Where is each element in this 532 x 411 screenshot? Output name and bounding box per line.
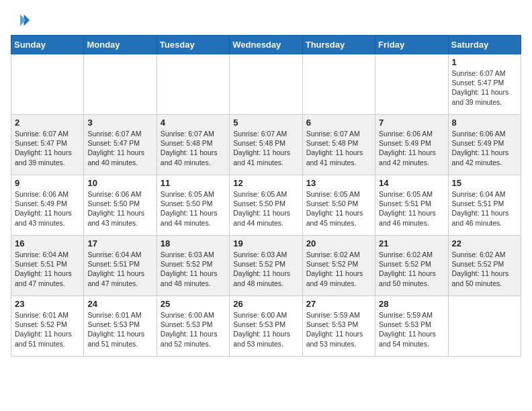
day-number: 17 xyxy=(87,238,152,248)
day-number: 12 xyxy=(233,178,298,188)
day-info: Sunrise: 6:04 AM Sunset: 5:51 PM Dayligh… xyxy=(452,189,517,228)
day-number: 10 xyxy=(87,178,152,188)
calendar-cell: 17Sunrise: 6:04 AM Sunset: 5:51 PM Dayli… xyxy=(84,236,157,296)
calendar-cell: 7Sunrise: 6:06 AM Sunset: 5:49 PM Daylig… xyxy=(375,115,448,175)
calendar-header-row: SundayMondayTuesdayWednesdayThursdayFrid… xyxy=(11,36,521,54)
day-info: Sunrise: 6:07 AM Sunset: 5:48 PM Dayligh… xyxy=(233,129,298,167)
day-info: Sunrise: 6:07 AM Sunset: 5:48 PM Dayligh… xyxy=(161,129,226,167)
day-number: 7 xyxy=(379,118,444,128)
day-number: 11 xyxy=(161,178,226,188)
day-info: Sunrise: 6:06 AM Sunset: 5:50 PM Dayligh… xyxy=(87,189,152,228)
day-info: Sunrise: 6:00 AM Sunset: 5:53 PM Dayligh… xyxy=(161,310,226,349)
day-info: Sunrise: 6:01 AM Sunset: 5:53 PM Dayligh… xyxy=(87,310,152,349)
day-info: Sunrise: 6:03 AM Sunset: 5:52 PM Dayligh… xyxy=(233,250,298,288)
calendar-cell: 25Sunrise: 6:00 AM Sunset: 5:53 PM Dayli… xyxy=(157,296,229,357)
day-info: Sunrise: 6:02 AM Sunset: 5:52 PM Dayligh… xyxy=(379,250,444,288)
calendar-cell: 22Sunrise: 6:02 AM Sunset: 5:52 PM Dayli… xyxy=(448,236,521,296)
calendar-cell: 23Sunrise: 6:01 AM Sunset: 5:52 PM Dayli… xyxy=(11,296,84,357)
calendar-cell: 15Sunrise: 6:04 AM Sunset: 5:51 PM Dayli… xyxy=(448,175,521,236)
calendar-cell xyxy=(302,54,375,115)
day-number: 2 xyxy=(15,118,80,128)
day-number: 14 xyxy=(379,178,444,188)
column-header-tuesday: Tuesday xyxy=(157,36,229,54)
calendar-week-row: 16Sunrise: 6:04 AM Sunset: 5:51 PM Dayli… xyxy=(11,236,521,296)
day-info: Sunrise: 6:05 AM Sunset: 5:50 PM Dayligh… xyxy=(306,189,371,228)
calendar-cell: 19Sunrise: 6:03 AM Sunset: 5:52 PM Dayli… xyxy=(230,236,302,296)
calendar-table: SundayMondayTuesdayWednesdayThursdayFrid… xyxy=(11,35,521,357)
day-number: 22 xyxy=(452,238,517,248)
calendar-cell: 8Sunrise: 6:06 AM Sunset: 5:49 PM Daylig… xyxy=(448,115,521,175)
calendar-cell xyxy=(157,54,229,115)
day-info: Sunrise: 6:07 AM Sunset: 5:47 PM Dayligh… xyxy=(452,68,517,107)
calendar-cell: 11Sunrise: 6:05 AM Sunset: 5:50 PM Dayli… xyxy=(157,175,229,236)
day-info: Sunrise: 6:06 AM Sunset: 5:49 PM Dayligh… xyxy=(379,129,444,167)
calendar-cell: 5Sunrise: 6:07 AM Sunset: 5:48 PM Daylig… xyxy=(230,115,302,175)
calendar-cell xyxy=(84,54,157,115)
day-info: Sunrise: 6:06 AM Sunset: 5:49 PM Dayligh… xyxy=(15,189,80,228)
column-header-friday: Friday xyxy=(375,36,448,54)
day-info: Sunrise: 6:03 AM Sunset: 5:52 PM Dayligh… xyxy=(161,250,226,288)
calendar-cell: 6Sunrise: 6:07 AM Sunset: 5:48 PM Daylig… xyxy=(302,115,375,175)
day-number: 6 xyxy=(306,118,371,128)
calendar-cell: 13Sunrise: 6:05 AM Sunset: 5:50 PM Dayli… xyxy=(302,175,375,236)
day-number: 3 xyxy=(87,118,152,128)
column-header-thursday: Thursday xyxy=(302,36,375,54)
day-info: Sunrise: 6:01 AM Sunset: 5:52 PM Dayligh… xyxy=(15,310,80,349)
day-info: Sunrise: 6:02 AM Sunset: 5:52 PM Dayligh… xyxy=(306,250,371,288)
day-number: 5 xyxy=(233,118,298,128)
calendar-week-row: 23Sunrise: 6:01 AM Sunset: 5:52 PM Dayli… xyxy=(11,296,521,357)
day-number: 4 xyxy=(161,118,226,128)
day-info: Sunrise: 6:07 AM Sunset: 5:48 PM Dayligh… xyxy=(306,129,371,167)
calendar-week-row: 9Sunrise: 6:06 AM Sunset: 5:49 PM Daylig… xyxy=(11,175,521,236)
calendar-cell: 20Sunrise: 6:02 AM Sunset: 5:52 PM Dayli… xyxy=(302,236,375,296)
calendar-cell: 9Sunrise: 6:06 AM Sunset: 5:49 PM Daylig… xyxy=(11,175,84,236)
day-info: Sunrise: 5:59 AM Sunset: 5:53 PM Dayligh… xyxy=(306,310,371,349)
calendar-cell: 2Sunrise: 6:07 AM Sunset: 5:47 PM Daylig… xyxy=(11,115,84,175)
day-info: Sunrise: 6:00 AM Sunset: 5:53 PM Dayligh… xyxy=(233,310,298,349)
calendar-cell: 18Sunrise: 6:03 AM Sunset: 5:52 PM Dayli… xyxy=(157,236,229,296)
day-info: Sunrise: 6:05 AM Sunset: 5:50 PM Dayligh… xyxy=(161,189,226,228)
day-info: Sunrise: 6:07 AM Sunset: 5:47 PM Dayligh… xyxy=(87,129,152,167)
day-number: 16 xyxy=(15,238,80,248)
column-header-saturday: Saturday xyxy=(448,36,521,54)
calendar-week-row: 1Sunrise: 6:07 AM Sunset: 5:47 PM Daylig… xyxy=(11,54,521,115)
calendar-week-row: 2Sunrise: 6:07 AM Sunset: 5:47 PM Daylig… xyxy=(11,115,521,175)
calendar-cell xyxy=(448,296,521,357)
day-info: Sunrise: 6:04 AM Sunset: 5:51 PM Dayligh… xyxy=(15,250,80,288)
day-number: 13 xyxy=(306,178,371,188)
day-info: Sunrise: 6:06 AM Sunset: 5:49 PM Dayligh… xyxy=(452,129,517,167)
day-info: Sunrise: 5:59 AM Sunset: 5:53 PM Dayligh… xyxy=(379,310,444,349)
day-number: 1 xyxy=(452,57,517,67)
day-number: 8 xyxy=(452,118,517,128)
calendar-cell xyxy=(11,54,84,115)
calendar-cell: 14Sunrise: 6:05 AM Sunset: 5:51 PM Dayli… xyxy=(375,175,448,236)
day-info: Sunrise: 6:04 AM Sunset: 5:51 PM Dayligh… xyxy=(87,250,152,288)
calendar-cell: 1Sunrise: 6:07 AM Sunset: 5:47 PM Daylig… xyxy=(448,54,521,115)
column-header-monday: Monday xyxy=(84,36,157,54)
day-number: 19 xyxy=(233,238,298,248)
calendar-cell: 27Sunrise: 5:59 AM Sunset: 5:53 PM Dayli… xyxy=(302,296,375,357)
day-number: 21 xyxy=(379,238,444,248)
day-number: 15 xyxy=(452,178,517,188)
calendar-cell xyxy=(375,54,448,115)
day-number: 18 xyxy=(161,238,226,248)
day-number: 9 xyxy=(15,178,80,188)
day-number: 20 xyxy=(306,238,371,248)
calendar-cell: 28Sunrise: 5:59 AM Sunset: 5:53 PM Dayli… xyxy=(375,296,448,357)
logo xyxy=(11,11,32,30)
day-number: 27 xyxy=(306,299,371,309)
column-header-sunday: Sunday xyxy=(11,36,84,54)
logo-icon xyxy=(11,11,30,30)
day-number: 28 xyxy=(379,299,444,309)
column-header-wednesday: Wednesday xyxy=(230,36,302,54)
day-info: Sunrise: 6:05 AM Sunset: 5:51 PM Dayligh… xyxy=(379,189,444,228)
calendar-cell: 21Sunrise: 6:02 AM Sunset: 5:52 PM Dayli… xyxy=(375,236,448,296)
day-info: Sunrise: 6:02 AM Sunset: 5:52 PM Dayligh… xyxy=(452,250,517,288)
calendar-cell: 24Sunrise: 6:01 AM Sunset: 5:53 PM Dayli… xyxy=(84,296,157,357)
calendar-cell: 26Sunrise: 6:00 AM Sunset: 5:53 PM Dayli… xyxy=(230,296,302,357)
day-info: Sunrise: 6:05 AM Sunset: 5:50 PM Dayligh… xyxy=(233,189,298,228)
calendar-cell: 4Sunrise: 6:07 AM Sunset: 5:48 PM Daylig… xyxy=(157,115,229,175)
calendar-cell: 12Sunrise: 6:05 AM Sunset: 5:50 PM Dayli… xyxy=(230,175,302,236)
calendar-cell: 3Sunrise: 6:07 AM Sunset: 5:47 PM Daylig… xyxy=(84,115,157,175)
calendar-cell xyxy=(230,54,302,115)
